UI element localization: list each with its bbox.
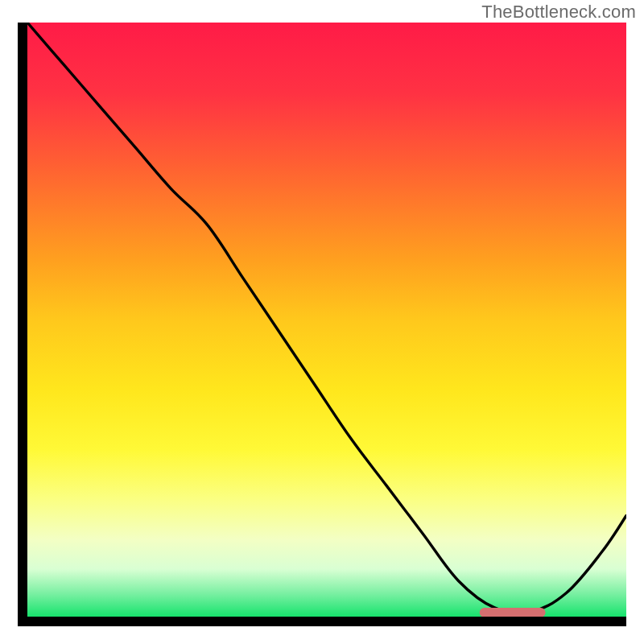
plot-svg [27, 23, 626, 617]
gradient-background [27, 23, 626, 617]
optimal-marker [480, 608, 546, 617]
chart-container: TheBottleneck.com [0, 0, 644, 644]
watermark-text: TheBottleneck.com [481, 2, 636, 23]
plot-area [27, 23, 626, 617]
